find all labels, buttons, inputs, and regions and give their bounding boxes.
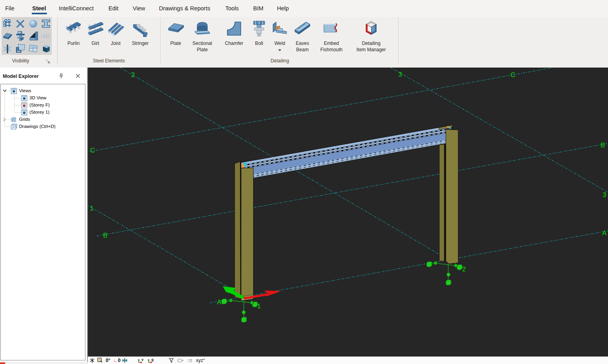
svg-text:3: 3 [602,191,606,198]
svg-text:B: B [600,141,605,149]
svg-text:A: A [217,298,221,306]
svg-text:C: C [511,71,515,78]
svg-text:1: 1 [90,205,93,212]
svg-text:g: g [151,358,154,362]
svg-text:C: C [90,147,95,154]
svg-text:B: B [103,232,107,239]
svg-text:2: 2 [131,71,135,78]
svg-text:A: A [602,229,606,236]
svg-text:2: 2 [462,265,466,273]
svg-text:v: v [141,358,143,362]
svg-text:3: 3 [398,71,402,78]
